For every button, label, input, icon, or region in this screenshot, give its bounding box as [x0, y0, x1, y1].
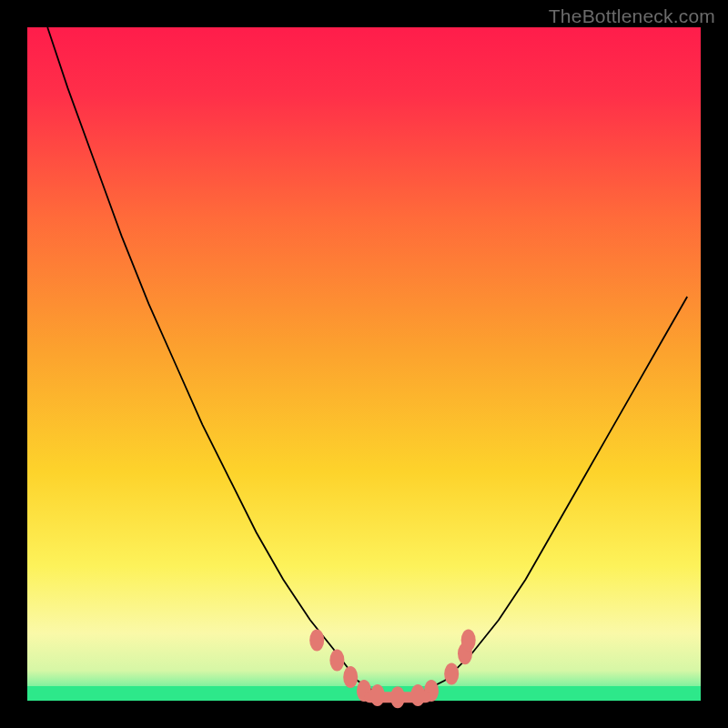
curve-marker: [444, 662, 459, 684]
watermark-text: TheBottleneck.com: [549, 5, 715, 27]
chart-svg: [0, 0, 728, 728]
curve-marker: [309, 629, 324, 651]
plot-background: [27, 27, 701, 701]
curve-marker: [343, 666, 358, 688]
curve-marker: [329, 650, 344, 672]
curve-marker-flat: [364, 692, 431, 703]
curve-marker: [461, 629, 476, 651]
chart-frame: TheBottleneck.com: [0, 0, 728, 728]
